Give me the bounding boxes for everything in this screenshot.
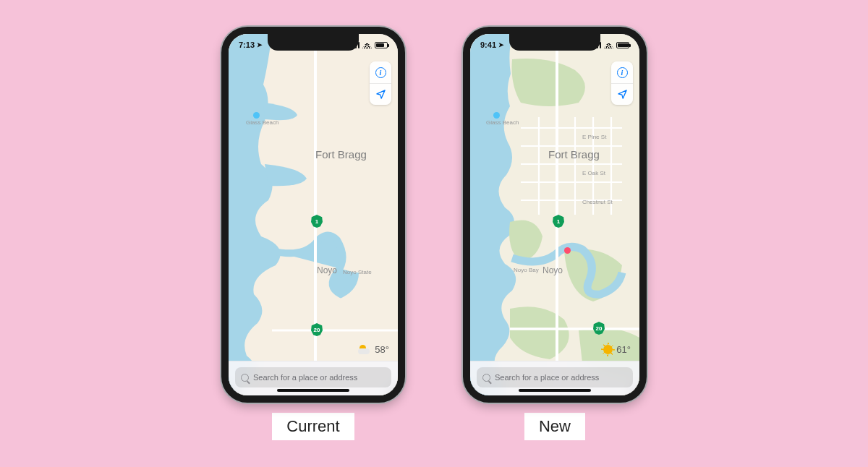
info-icon: i [375,67,386,78]
map-info-button[interactable]: i [611,61,633,83]
search-icon [482,374,490,382]
location-arrow-icon [375,89,386,100]
wifi-icon [604,41,613,48]
label-chestnut-st: Chestnut St [582,199,613,205]
home-indicator[interactable] [277,389,349,392]
poi-glass-beach-icon[interactable] [493,112,500,119]
device-notch [268,33,359,51]
label-noyo: Noyo [317,265,337,275]
map-locate-button[interactable] [611,83,633,105]
search-input[interactable]: Search for a place or address [235,367,391,387]
status-time: 9:41 [480,40,496,49]
poi-hospital-icon[interactable] [564,247,571,254]
label-fort-bragg: Fort Bragg [315,148,367,160]
map-locate-button[interactable] [370,83,391,105]
label-oak-st: E Oak St [582,170,605,176]
map-controls: i [611,61,633,105]
partly-cloudy-icon [358,345,371,354]
poi-glass-beach-icon[interactable] [253,112,260,119]
label-noyo-bay: Noyo Bay [514,267,539,273]
sun-icon [603,345,613,354]
battery-icon [375,42,388,48]
caption-new: New [524,413,585,440]
weather-widget[interactable]: 61° [603,344,631,355]
weather-temp: 58° [375,344,389,355]
label-noyo-state: Noyo State [343,269,372,275]
phone-new: 9:41 ➤ [463,27,647,403]
label-noyo: Noyo [542,265,563,275]
search-icon [241,374,249,382]
search-placeholder: Search for a place or address [253,373,357,382]
map-info-button[interactable]: i [370,61,391,83]
search-placeholder: Search for a place or address [495,373,599,382]
device-notch [509,33,600,51]
battery-icon [616,42,629,48]
label-glass-beach: Glass Beach [486,119,519,126]
search-input[interactable]: Search for a place or address [477,367,633,387]
wifi-icon [362,41,372,48]
home-indicator[interactable] [519,389,591,392]
panel-current: 7:13 ➤ [221,27,405,440]
weather-widget[interactable]: 58° [358,344,389,355]
location-arrow-icon [617,89,628,100]
label-fort-bragg: Fort Bragg [548,148,600,160]
weather-temp: 61° [616,344,631,355]
panel-new: 9:41 ➤ [463,27,647,440]
info-icon: i [617,67,628,78]
caption-current: Current [272,413,354,440]
location-services-icon: ➤ [498,41,504,48]
status-time: 7:13 [239,40,255,49]
label-pine-st: E Pine St [582,134,606,140]
phone-current: 7:13 ➤ [221,27,405,403]
location-services-icon: ➤ [257,41,263,48]
label-glass-beach: Glass Beach [246,119,278,126]
map-controls: i [370,61,391,105]
